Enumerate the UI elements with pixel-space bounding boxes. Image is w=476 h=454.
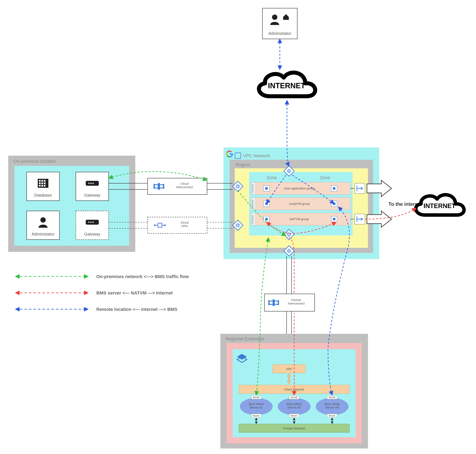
subnet-jump: Subnet JumpVM group (251, 198, 351, 210)
partner-interconnect: PartnerInterconnect (265, 294, 315, 311)
svg-text:Subnet: Subnet (251, 200, 254, 208)
svg-text:Bond1: Bond1 (253, 415, 259, 417)
priv-net-label: Private Network (283, 427, 305, 430)
svg-text:Bond0: Bond0 (329, 396, 335, 399)
subnet-app: Subnet User application group (251, 182, 351, 195)
cloud-vpn: CloudVPN (148, 217, 207, 234)
svg-text:Bond0: Bond0 (291, 396, 297, 399)
svg-text:Bond1: Bond1 (329, 415, 335, 417)
internet-top-label: INTERNET (268, 82, 305, 90)
legend-blue: Remote location <— internet —> BMS (96, 307, 177, 312)
admin-top-label: Administator (268, 31, 291, 36)
bms1-label: Bare MetalServer #1 (249, 402, 264, 409)
vm-icon (264, 216, 269, 222)
onprem-gateway-1: Gateway (76, 172, 109, 201)
legend-green: On-premises network <—> BMS traffic flow (96, 274, 189, 279)
internet-top: INTERNET (259, 73, 315, 96)
svg-text:Subnet: Subnet (251, 215, 254, 224)
regional-title: Regional Extension (226, 336, 265, 341)
vpc-title: VPC Network (243, 153, 270, 158)
zone-label-2: Zone (320, 175, 330, 180)
onprem-gateway-2: Gateway (76, 211, 109, 240)
onprem-db-label: Database (34, 193, 52, 197)
cloud-interconnect: CloudInterconnect (148, 178, 207, 195)
onprem-admin-label: Administator (31, 232, 54, 236)
nat-group-label: NATVM group (290, 217, 309, 221)
svg-text:Bare MetalServer #N: Bare MetalServer #N (325, 402, 340, 409)
region-label: Region (236, 162, 250, 167)
internet-right: INTERNET (416, 195, 464, 215)
legend-red: BMS server <— NATVM —> Internet (96, 290, 173, 295)
app-group-label: User application group (284, 187, 315, 190)
vm-icon (331, 201, 337, 207)
vm-icon (331, 186, 337, 191)
zone-label-1: Zone (266, 175, 277, 180)
jump-group-label: JumpVM group (289, 202, 310, 205)
onprem-container: On-premises location Database Gateway Ad… (8, 156, 135, 252)
admin-top: Administator (262, 8, 297, 39)
internet-right-label: INTERNET (423, 202, 455, 210)
svg-text:CloudVPN: CloudVPN (180, 221, 188, 228)
onprem-title: On-premises location (13, 159, 56, 164)
onprem-admin: Administator (27, 211, 59, 240)
bmsn-label: Bare MetalServer #N (325, 402, 340, 409)
onprem-gw1-label: Gateway (84, 193, 101, 197)
vm-icon (331, 216, 337, 222)
legend: On-premises network <—> BMS traffic flow… (15, 274, 189, 312)
svg-text:Bond0: Bond0 (253, 396, 259, 399)
svg-text:Bare MetalServer #2: Bare MetalServer #2 (287, 402, 302, 409)
cloud-vpn-label: CloudVPN (180, 221, 188, 228)
vm-icon (264, 186, 269, 191)
bms2-label: Bare MetalServer #2 (287, 402, 302, 409)
svg-text:Bare MetalServer #1: Bare MetalServer #1 (249, 402, 264, 409)
svg-text:Bond1: Bond1 (291, 415, 297, 417)
svg-text:Subnet: Subnet (251, 184, 254, 193)
vrf-label: VRF (286, 367, 292, 371)
subnet-nat: Subnet NATVM group (251, 213, 351, 225)
onprem-database: Database (27, 172, 59, 201)
onprem-gw2-label: Gateway (84, 232, 101, 236)
